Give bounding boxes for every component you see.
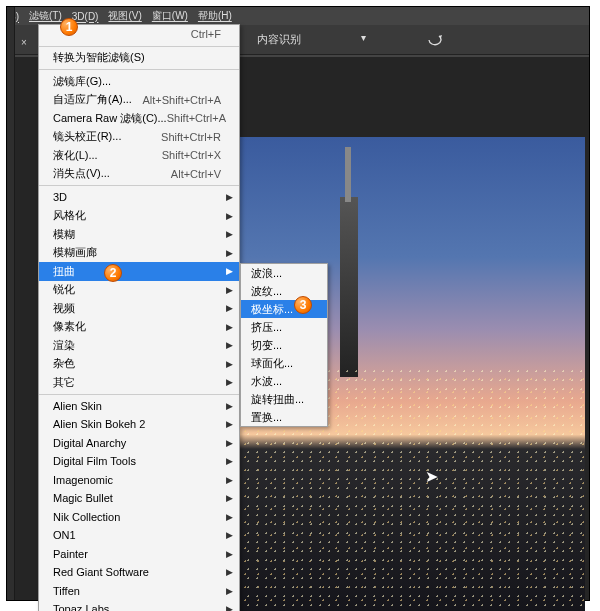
submenu-arrow-icon: ▶ xyxy=(226,322,233,332)
submenu-arrow-icon: ▶ xyxy=(226,266,233,276)
menu-3d[interactable]: 3D(D) xyxy=(72,11,99,22)
submenu-arrow-icon: ▶ xyxy=(226,512,233,522)
submenu-item-8[interactable]: 置换... xyxy=(241,408,327,426)
menu-sec2-10[interactable]: 其它▶ xyxy=(39,373,239,392)
menu-sec1-0[interactable]: 滤镜库(G)... xyxy=(39,72,239,91)
submenu-arrow-icon: ▶ xyxy=(226,401,233,411)
menu-sec2-4[interactable]: 扭曲▶ xyxy=(39,262,239,281)
submenu-item-0[interactable]: 波浪... xyxy=(241,264,327,282)
menu-sec3-6[interactable]: Nik Collection▶ xyxy=(39,508,239,527)
submenu-item-5-label: 球面化... xyxy=(251,356,293,371)
menu-sec2-7[interactable]: 像素化▶ xyxy=(39,318,239,337)
menu-sec2-6-label: 视频 xyxy=(53,301,221,316)
menu-sec2-2[interactable]: 模糊▶ xyxy=(39,225,239,244)
submenu-item-5[interactable]: 球面化... xyxy=(241,354,327,372)
menu-sec3-0-label: Alien Skin xyxy=(53,400,221,412)
submenu-arrow-icon: ▶ xyxy=(226,229,233,239)
menu-sec3-9[interactable]: Red Giant Software▶ xyxy=(39,563,239,582)
submenu-item-1[interactable]: 波纹... xyxy=(241,282,327,300)
menu-sec3-5-label: Magic Bullet xyxy=(53,492,221,504)
submenu-arrow-icon: ▶ xyxy=(226,530,233,540)
options-dropdown-icon[interactable]: ▾ xyxy=(361,32,371,48)
menu-sec3-4[interactable]: Imagenomic▶ xyxy=(39,471,239,490)
menu-sec1-5[interactable]: 消失点(V)...Alt+Ctrl+V xyxy=(39,165,239,184)
submenu-item-4-label: 切变... xyxy=(251,338,282,353)
menu-window[interactable]: 窗口(W) xyxy=(152,9,188,23)
menu-convert-smart[interactable]: 转换为智能滤镜(S) xyxy=(39,49,239,68)
menu-sec3-2-label: Digital Anarchy xyxy=(53,437,221,449)
menu-sec2-3-label: 模糊画廊 xyxy=(53,245,221,260)
submenu-arrow-icon: ▶ xyxy=(226,567,233,577)
submenu-arrow-icon: ▶ xyxy=(226,359,233,369)
menu-sec2-7-label: 像素化 xyxy=(53,319,221,334)
submenu-arrow-icon: ▶ xyxy=(226,340,233,350)
menu-sec3-5[interactable]: Magic Bullet▶ xyxy=(39,489,239,508)
menu-sec2-4-label: 扭曲 xyxy=(53,264,221,279)
submenu-arrow-icon: ▶ xyxy=(226,475,233,485)
menu-sec2-9[interactable]: 杂色▶ xyxy=(39,355,239,374)
menu-sec1-3-shortcut: Shift+Ctrl+R xyxy=(161,131,221,143)
menu-sec1-4[interactable]: 液化(L)...Shift+Ctrl+X xyxy=(39,146,239,165)
menu-sec3-1[interactable]: Alien Skin Bokeh 2▶ xyxy=(39,415,239,434)
menu-help[interactable]: 帮助(H) xyxy=(198,9,232,23)
menu-sec3-0[interactable]: Alien Skin▶ xyxy=(39,397,239,416)
menu-sec2-10-label: 其它 xyxy=(53,375,221,390)
menu-sec3-8-label: Painter xyxy=(53,548,221,560)
menu-sec3-3-label: Digital Film Tools xyxy=(53,455,221,467)
submenu-item-1-label: 波纹... xyxy=(251,284,282,299)
submenu-item-6-label: 水波... xyxy=(251,374,282,389)
menu-sec2-6[interactable]: 视频▶ xyxy=(39,299,239,318)
menu-sec2-1-label: 风格化 xyxy=(53,208,221,223)
convert-label: 转换为智能滤镜(S) xyxy=(53,50,221,65)
menu-sec2-8[interactable]: 渲染▶ xyxy=(39,336,239,355)
tab-close[interactable]: × xyxy=(21,37,31,51)
submenu-arrow-icon: ▶ xyxy=(226,456,233,466)
menu-sec1-5-shortcut: Alt+Ctrl+V xyxy=(171,168,221,180)
submenu-arrow-icon: ▶ xyxy=(226,586,233,596)
menu-sec3-9-label: Red Giant Software xyxy=(53,566,221,578)
submenu-arrow-icon: ▶ xyxy=(226,285,233,295)
submenu-item-0-label: 波浪... xyxy=(251,266,282,281)
menu-sec2-5[interactable]: 锐化▶ xyxy=(39,281,239,300)
menu-sec3-11[interactable]: Topaz Labs▶ xyxy=(39,600,239,611)
menu-sec3-3[interactable]: Digital Film Tools▶ xyxy=(39,452,239,471)
options-label: 内容识别 xyxy=(257,32,301,47)
submenu-item-7[interactable]: 旋转扭曲... xyxy=(241,390,327,408)
callout-badge-3: 3 xyxy=(294,296,312,314)
undo-icon[interactable] xyxy=(421,32,451,48)
menu-sec3-2[interactable]: Digital Anarchy▶ xyxy=(39,434,239,453)
menu-sec1-3-label: 镜头校正(R)... xyxy=(53,129,161,144)
submenu-item-2[interactable]: 极坐标... xyxy=(241,300,327,318)
menu-sec1-3[interactable]: 镜头校正(R)...Shift+Ctrl+R xyxy=(39,128,239,147)
menu-sec1-2[interactable]: Camera Raw 滤镜(C)...Shift+Ctrl+A xyxy=(39,109,239,128)
menu-sec3-8[interactable]: Painter▶ xyxy=(39,545,239,564)
menu-sec2-2-label: 模糊 xyxy=(53,227,221,242)
submenu-arrow-icon: ▶ xyxy=(226,303,233,313)
menu-sec2-1[interactable]: 风格化▶ xyxy=(39,207,239,226)
menu-filter[interactable]: 滤镜(T) xyxy=(29,9,62,23)
submenu-arrow-icon: ▶ xyxy=(226,493,233,503)
menu-sec1-2-label: Camera Raw 滤镜(C)... xyxy=(53,111,167,126)
filter-menu: Ctrl+F 转换为智能滤镜(S) 滤镜库(G)...自适应广角(A)...Al… xyxy=(38,24,240,611)
menu-sec1-5-label: 消失点(V)... xyxy=(53,166,171,181)
submenu-item-3[interactable]: 挤压... xyxy=(241,318,327,336)
menu-sec1-1[interactable]: 自适应广角(A)...Alt+Shift+Ctrl+A xyxy=(39,91,239,110)
distort-submenu: 波浪...波纹...极坐标...挤压...切变...球面化...水波...旋转扭… xyxy=(240,263,328,427)
submenu-arrow-icon: ▶ xyxy=(226,604,233,611)
cursor-icon: ➤ xyxy=(425,467,438,486)
menu-sec3-10-label: Tiffen xyxy=(53,585,221,597)
submenu-arrow-icon: ▶ xyxy=(226,438,233,448)
menu-sec1-0-label: 滤镜库(G)... xyxy=(53,74,221,89)
menu-sec2-3[interactable]: 模糊画廊▶ xyxy=(39,244,239,263)
menu-view[interactable]: 视图(V) xyxy=(108,9,141,23)
menu-sec3-10[interactable]: Tiffen▶ xyxy=(39,582,239,601)
submenu-arrow-icon: ▶ xyxy=(226,419,233,429)
menu-sec2-0[interactable]: 3D▶ xyxy=(39,188,239,207)
last-filter-shortcut: Ctrl+F xyxy=(191,28,221,40)
submenu-item-7-label: 旋转扭曲... xyxy=(251,392,304,407)
submenu-item-3-label: 挤压... xyxy=(251,320,282,335)
submenu-item-4[interactable]: 切变... xyxy=(241,336,327,354)
submenu-item-6[interactable]: 水波... xyxy=(241,372,327,390)
menu-sec3-7[interactable]: ON1▶ xyxy=(39,526,239,545)
menu-sec2-0-label: 3D xyxy=(53,191,221,203)
